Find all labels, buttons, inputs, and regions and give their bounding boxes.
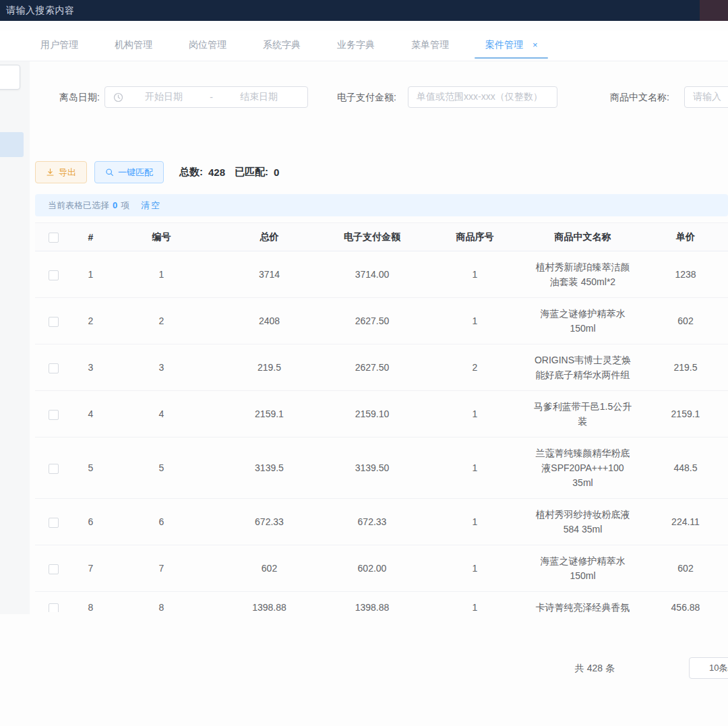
select-all-checkbox[interactable] (49, 233, 59, 243)
selection-prefix: 当前表格已选择 (48, 200, 109, 212)
data-table: # 编号 总价 电子支付金额 商品序号 商品中文名称 单价 1 1 3714 3… (35, 222, 728, 612)
date-filter-label: 离岛日期: (59, 86, 100, 108)
navbar-right-block[interactable] (700, 0, 728, 21)
download-icon (46, 168, 55, 177)
tab-系统字典[interactable]: 系统字典 (262, 30, 302, 61)
col-seq: 商品序号 (419, 223, 530, 251)
product-name-cell: 海蓝之谜修护精萃水 150ml (533, 553, 634, 583)
table-row[interactable]: 7 7 602 602.00 1 海蓝之谜修护精萃水 150ml 602 (35, 545, 728, 592)
left-blue-fragment (0, 132, 24, 157)
epay-amount-input[interactable]: 单值或范围xxx-xxx（仅整数） (408, 86, 557, 108)
row-checkbox[interactable] (49, 410, 59, 420)
table-row[interactable]: 8 8 1398.88 1398.88 1 卡诗菁纯亮泽经典香氛 456.88 (35, 592, 728, 613)
page: 请输入搜索内容 用户管理 机构管理 岗位管理 系统字典 业务字典 菜单管理 案件… (0, 0, 728, 726)
top-navbar: 请输入搜索内容 (0, 0, 728, 21)
col-code: 编号 (109, 223, 214, 251)
row-checkbox[interactable] (49, 564, 59, 574)
matched-label: 已匹配: (235, 166, 268, 179)
product-name-input[interactable]: 请输入 (684, 86, 728, 108)
header-select-all (35, 223, 72, 251)
table-row[interactable]: 1 1 3714 3714.00 1 植村秀新琥珀臻萃洁颜油套装 450ml*2… (35, 251, 728, 298)
matched-value: 0 (274, 167, 279, 178)
global-search-input[interactable]: 请输入搜索内容 (0, 5, 75, 17)
table-row[interactable]: 5 5 3139.5 3139.50 1 兰蔻菁纯臻颜精华粉底液SPF20PA+… (35, 437, 728, 499)
total-value: 428 (208, 167, 225, 178)
page-size-select[interactable]: 10条/页 (689, 657, 728, 679)
clear-selection-link[interactable]: 清空 (141, 200, 161, 212)
export-button[interactable]: 导出 (35, 161, 87, 183)
tab-bar: 用户管理 机构管理 岗位管理 系统字典 业务字典 菜单管理 案件管理 × (0, 30, 728, 61)
product-name-filter-label: 商品中文名称: (610, 86, 669, 108)
product-name-cell: 兰蔻菁纯臻颜精华粉底液SPF20PA+++100 35ml (533, 446, 634, 490)
pagination: 共 428 条 10条/页 (0, 657, 728, 679)
end-date-placeholder[interactable]: 结束日期 (218, 91, 299, 103)
row-checkbox[interactable] (49, 464, 59, 474)
col-name: 商品中文名称 (530, 223, 635, 251)
pagination-total: 共 428 条 (575, 657, 615, 679)
clock-icon (113, 92, 123, 102)
row-checkbox[interactable] (49, 518, 59, 528)
start-date-placeholder[interactable]: 开始日期 (123, 91, 204, 103)
selection-suffix: 项 (121, 200, 129, 212)
table-header-row: # 编号 总价 电子支付金额 商品序号 商品中文名称 单价 (35, 223, 728, 251)
tab-岗位管理[interactable]: 岗位管理 (187, 30, 228, 61)
col-epay: 电子支付金额 (325, 223, 419, 251)
row-checkbox[interactable] (49, 317, 59, 327)
selection-info-bar: 当前表格已选择 0 项 清空 (35, 194, 728, 216)
tab-案件管理[interactable]: 案件管理 × (484, 30, 539, 61)
row-checkbox[interactable] (49, 603, 59, 612)
amount-filter-label: 电子支付金额: (337, 86, 396, 108)
product-name-cell: 海蓝之谜修护精萃水 150ml (533, 306, 634, 336)
table-row[interactable]: 2 2 2408 2627.50 1 海蓝之谜修护精萃水 150ml 602 (35, 298, 728, 344)
table-row[interactable]: 3 3 219.5 2627.50 2 ORIGINS韦博士灵芝焕能好底子精华水… (35, 344, 728, 391)
product-name-cell: ORIGINS韦博士灵芝焕能好底子精华水两件组 (533, 353, 634, 382)
tab-用户管理[interactable]: 用户管理 (39, 30, 80, 61)
row-checkbox[interactable] (49, 270, 59, 280)
date-range-input[interactable]: 开始日期 - 结束日期 (104, 86, 308, 108)
tab-机构管理[interactable]: 机构管理 (113, 30, 154, 61)
col-index: # (72, 223, 109, 251)
col-total: 总价 (214, 223, 325, 251)
col-unit: 单价 (635, 223, 728, 251)
search-icon (105, 168, 114, 177)
table-row[interactable]: 6 6 672.33 672.33 1 植村秀羽纱持妆粉底液 584 35ml … (35, 499, 728, 545)
selection-count: 0 (113, 200, 117, 210)
row-checkbox[interactable] (49, 363, 59, 373)
close-icon[interactable]: × (533, 40, 538, 50)
tab-菜单管理[interactable]: 菜单管理 (410, 30, 450, 61)
filter-bar: 离岛日期: 开始日期 - 结束日期 电子支付金额: 单值或范围xxx-xxx（仅… (0, 86, 728, 108)
product-name-cell: 植村秀新琥珀臻萃洁颜油套装 450ml*2 (533, 260, 634, 289)
one-click-match-button[interactable]: 一键匹配 (94, 161, 164, 183)
total-label: 总数: (179, 166, 203, 179)
product-name-cell: 植村秀羽纱持妆粉底液 584 35ml (533, 507, 634, 537)
table-stats: 总数: 428 已匹配: 0 (179, 161, 279, 183)
table-row[interactable]: 4 4 2159.1 2159.10 1 马爹利蓝带干邑1.5公升装 2159.… (35, 391, 728, 437)
product-name-cell: 卡诗菁纯亮泽经典香氛 (536, 600, 630, 612)
tab-业务字典[interactable]: 业务字典 (336, 30, 376, 61)
date-separator: - (204, 92, 218, 102)
product-name-cell: 马爹利蓝带干邑1.5公升装 (533, 399, 634, 429)
